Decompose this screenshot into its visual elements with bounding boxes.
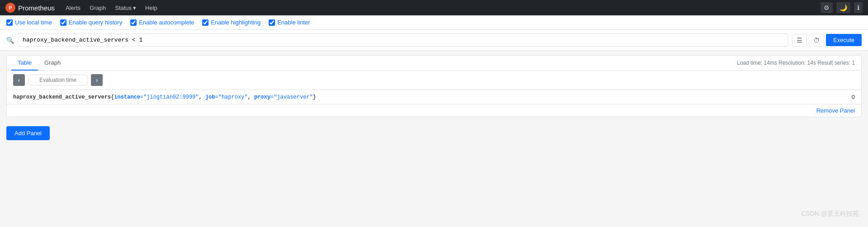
metric-label-instance: instance="jingtian02:9999" — [114, 94, 199, 100]
execute-button[interactable]: Execute — [826, 34, 862, 46]
query-actions: ☰ ⏱ Execute — [792, 34, 862, 47]
enable-linter-checkbox[interactable] — [269, 19, 275, 26]
query-bar: 🔍 ☰ ⏱ Execute — [0, 30, 868, 51]
enable-autocomplete-option[interactable]: Enable autocomplete — [130, 19, 194, 26]
result-table: haproxy_backend_active_servers{instance=… — [7, 90, 861, 104]
eval-time-input[interactable] — [28, 75, 87, 85]
settings-icon-btn[interactable]: ⚙ — [821, 2, 833, 13]
enable-linter-label: Enable linter — [277, 19, 310, 26]
enable-query-history-option[interactable]: Enable query history — [60, 19, 123, 26]
options-bar: Use local time Enable query history Enab… — [0, 15, 868, 30]
next-time-btn[interactable]: › — [91, 74, 103, 86]
metrics-list-btn[interactable]: ☰ — [792, 34, 807, 47]
navbar-right: ⚙ 🌙 ℹ — [821, 2, 863, 13]
enable-highlighting-option[interactable]: Enable highlighting — [202, 19, 261, 26]
prometheus-logo: P — [5, 3, 15, 13]
brand-name: Prometheus — [18, 4, 55, 12]
use-local-time-option[interactable]: Use local time — [6, 19, 52, 26]
nav-item-help[interactable]: Help — [142, 2, 161, 14]
eval-bar: ‹ › — [7, 71, 861, 90]
enable-linter-option[interactable]: Enable linter — [269, 19, 310, 26]
settings-icon: ⚙ — [824, 4, 830, 11]
table-row: haproxy_backend_active_servers{instance=… — [7, 90, 861, 104]
prev-time-btn[interactable]: ‹ — [13, 74, 25, 86]
nav-item-graph[interactable]: Graph — [86, 2, 109, 14]
enable-autocomplete-label: Enable autocomplete — [139, 19, 194, 26]
metric-labels-close: } — [313, 94, 316, 100]
theme-icon-btn[interactable]: 🌙 — [836, 2, 850, 13]
enable-highlighting-label: Enable highlighting — [211, 19, 261, 26]
metric-cell: haproxy_backend_active_servers{instance=… — [7, 90, 820, 104]
query-input[interactable] — [18, 33, 788, 47]
enable-autocomplete-checkbox[interactable] — [130, 19, 137, 26]
use-local-time-checkbox[interactable] — [6, 19, 13, 26]
enable-highlighting-checkbox[interactable] — [202, 19, 209, 26]
metric-value: 0 — [820, 90, 861, 104]
metric-label-job: job="haproxy" — [205, 94, 248, 100]
chevron-right-icon: › — [96, 76, 98, 84]
panel: Table Graph Load time: 14ms Resolution: … — [6, 55, 862, 117]
theme-icon: 🌙 — [840, 4, 847, 11]
info-icon-btn[interactable]: ℹ — [854, 2, 863, 13]
brand: P Prometheus — [5, 3, 55, 13]
navbar: P Prometheus Alerts Graph Status ▾ Help … — [0, 0, 868, 15]
chevron-down-icon: ▾ — [133, 5, 136, 11]
info-icon: ℹ — [857, 4, 859, 11]
clock-icon: ⏱ — [813, 37, 820, 44]
panel-tabs: Table Graph Load time: 14ms Resolution: … — [7, 56, 861, 71]
nav-menu: Alerts Graph Status ▾ Help — [62, 2, 813, 14]
remove-panel-link[interactable]: Remove Panel — [816, 107, 855, 114]
chevron-left-icon: ‹ — [18, 76, 20, 84]
search-icon: 🔍 — [6, 37, 14, 44]
use-local-time-label: Use local time — [15, 19, 52, 26]
list-icon: ☰ — [797, 37, 802, 44]
enable-query-history-checkbox[interactable] — [60, 19, 66, 26]
enable-query-history-label: Enable query history — [69, 19, 123, 26]
nav-item-status[interactable]: Status ▾ — [111, 2, 140, 14]
tab-graph[interactable]: Graph — [38, 56, 67, 71]
panel-tabs-left: Table Graph — [11, 56, 67, 70]
add-panel-button[interactable]: Add Panel — [6, 126, 50, 140]
history-btn[interactable]: ⏱ — [809, 34, 824, 47]
remove-panel-row: Remove Panel — [7, 104, 861, 117]
metric-name: haproxy_backend_active_servers — [13, 94, 111, 100]
metric-label-proxy: proxy="javaserver" — [254, 94, 313, 100]
tab-table[interactable]: Table — [11, 56, 38, 71]
nav-item-alerts[interactable]: Alerts — [62, 2, 84, 14]
panel-meta: Load time: 14ms Resolution: 14s Result s… — [737, 60, 857, 66]
